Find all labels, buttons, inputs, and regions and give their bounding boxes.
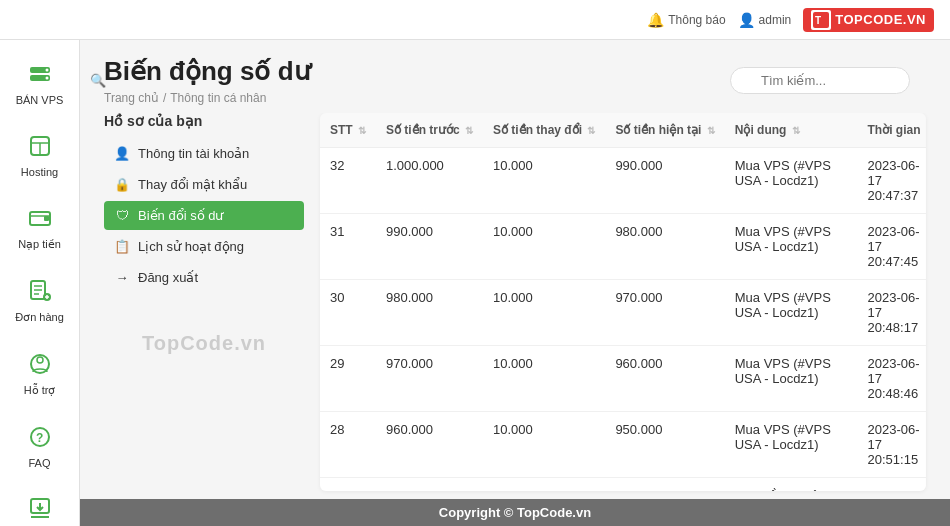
sort-icon-hien-tai: ⇅ (707, 125, 715, 136)
breadcrumb-separator: / (163, 91, 166, 105)
table-row: 31 990.000 10.000 980.000 Mua VPS (#VPS … (320, 214, 926, 280)
sidebar-item-don-hang[interactable]: Đơn hàng (0, 265, 79, 334)
svg-point-5 (45, 77, 48, 80)
cell-so-tien-truoc: 990.000 (376, 214, 483, 280)
cell-stt: 30 (320, 280, 376, 346)
cell-so-tien-truoc: 950.000 (376, 478, 483, 492)
cell-noi-dung: Mua VPS (#VPS USA - Locdz1) (725, 346, 858, 412)
data-table: STT ⇅ Số tiền trước ⇅ Số tiền thay đổi ⇅ (320, 113, 926, 491)
brand-logo-area: T TOPCODE.VN (803, 8, 934, 32)
col-so-tien-thay-doi[interactable]: Số tiền thay đổi ⇅ (483, 113, 605, 148)
support-icon (24, 348, 56, 380)
notification-area[interactable]: Thông báo (647, 12, 725, 28)
cell-thoi-gian: 2023-06-17 20:48:46 (858, 346, 926, 412)
sort-icon-thay-doi: ⇅ (587, 125, 595, 136)
cell-so-tien-thay-doi: 10.000 (483, 148, 605, 214)
content-area: Biến động số dư Trang chủ / Thông tin cá… (80, 40, 950, 526)
menu-item-bien-dong[interactable]: 🛡 Biến đổi số dư (104, 201, 304, 230)
cell-thoi-gian: 2023-06-17 20:47:45 (858, 214, 926, 280)
breadcrumb-current: Thông tin cá nhân (170, 91, 266, 105)
search-input[interactable] (730, 67, 910, 94)
brand-icon: T (811, 10, 831, 30)
sidebar-item-ban-vps[interactable]: BÁN VPS (0, 48, 79, 116)
menu-label-bien-dong: Biến đổi số dư (138, 208, 223, 223)
footer-bar: Copyright © TopCode.vn (80, 499, 950, 526)
sidebar-label-faq: FAQ (28, 457, 50, 469)
svg-point-20 (37, 357, 43, 363)
sort-icon-noi-dung: ⇅ (792, 125, 800, 136)
sidebar-label-hosting: Hosting (21, 166, 58, 178)
left-menu-title: Hồ sơ của bạn (104, 113, 304, 129)
svg-text:T: T (815, 15, 821, 26)
bell-icon (647, 12, 664, 28)
cell-so-tien-hien-tai: 950.000 (605, 412, 724, 478)
menu-item-thong-tin[interactable]: 👤 Thông tin tài khoản (104, 139, 304, 168)
breadcrumb: Trang chủ / Thông tin cá nhân (104, 91, 310, 105)
sidebar-item-download[interactable]: Download (0, 483, 79, 526)
breadcrumb-home[interactable]: Trang chủ (104, 91, 159, 105)
cell-so-tien-truoc: 960.000 (376, 412, 483, 478)
svg-text:?: ? (36, 431, 43, 445)
table-row: 30 980.000 10.000 970.000 Mua VPS (#VPS … (320, 280, 926, 346)
history-menu-icon: 📋 (114, 239, 130, 254)
user-icon (738, 12, 755, 28)
menu-label-doi-mat-khau: Thay đổi mật khẩu (138, 177, 247, 192)
menu-item-dang-xuat[interactable]: → Đăng xuất (104, 263, 304, 292)
wallet-icon (24, 202, 56, 234)
sidebar-item-faq[interactable]: ? FAQ (0, 411, 79, 479)
notification-label: Thông báo (668, 13, 725, 27)
cell-noi-dung: Mua VPS (#VPS USA - Locdz1) (725, 214, 858, 280)
cell-stt: 29 (320, 346, 376, 412)
sidebar-label-ho-tro: Hỗ trợ (24, 384, 56, 397)
sidebar-label-don-hang: Đơn hàng (15, 311, 64, 324)
cell-noi-dung: Mua VPS (#VPS USA - Locdz1) (725, 280, 858, 346)
lock-menu-icon: 🔒 (114, 177, 130, 192)
cell-stt: 28 (320, 412, 376, 478)
left-menu: Hồ sơ của bạn 👤 Thông tin tài khoản 🔒 Th… (104, 113, 304, 491)
cell-so-tien-hien-tai: 960.000 (605, 346, 724, 412)
cell-so-tien-thay-doi: 19.900 (483, 478, 605, 492)
sort-icon-stt: ⇅ (358, 125, 366, 136)
sidebar-label-nap-tien: Nạp tiền (18, 238, 61, 251)
col-thoi-gian[interactable]: Thời gian (858, 113, 926, 148)
cell-noi-dung: Nạp tiền tự động qua Ví Thesieure (#0104… (725, 478, 858, 492)
sidebar: BÁN VPS Hosting Nạp tiền (0, 40, 80, 526)
cell-thoi-gian: 2023-06-17 20:51:15 (858, 412, 926, 478)
cell-so-tien-thay-doi: 10.000 (483, 346, 605, 412)
col-so-tien-hien-tai[interactable]: Số tiền hiện tại ⇅ (605, 113, 724, 148)
col-stt[interactable]: STT ⇅ (320, 113, 376, 148)
admin-label: admin (759, 13, 792, 27)
table-row: 27 950.000 19.900 969.900 Nạp tiền tự độ… (320, 478, 926, 492)
menu-label-thong-tin: Thông tin tài khoản (138, 146, 249, 161)
cell-thoi-gian: 2023-06-17 20:47:37 (858, 148, 926, 214)
logout-menu-icon: → (114, 270, 130, 285)
sidebar-item-hosting[interactable]: Hosting (0, 120, 79, 188)
topbar: Thông báo admin T TOPCODE.VN (0, 0, 950, 40)
sidebar-item-nap-tien[interactable]: Nạp tiền (0, 192, 79, 261)
cell-so-tien-hien-tai: 980.000 (605, 214, 724, 280)
table-row: 32 1.000.000 10.000 990.000 Mua VPS (#VP… (320, 148, 926, 214)
cell-stt: 27 (320, 478, 376, 492)
brand-name: TOPCODE.VN (835, 12, 926, 27)
download-icon (24, 493, 56, 525)
cell-noi-dung: Mua VPS (#VPS USA - Locdz1) (725, 412, 858, 478)
menu-item-lich-su[interactable]: 📋 Lịch sử hoạt động (104, 232, 304, 261)
hosting-icon (24, 130, 56, 162)
search-bar[interactable]: 🔍 (730, 67, 910, 94)
cell-so-tien-hien-tai: 990.000 (605, 148, 724, 214)
cell-so-tien-truoc: 980.000 (376, 280, 483, 346)
col-so-tien-truoc[interactable]: Số tiền trước ⇅ (376, 113, 483, 148)
sort-icon-truoc: ⇅ (465, 125, 473, 136)
admin-area[interactable]: admin (738, 12, 792, 28)
menu-item-doi-mat-khau[interactable]: 🔒 Thay đổi mật khẩu (104, 170, 304, 199)
menu-label-dang-xuat: Đăng xuất (138, 270, 198, 285)
cell-thoi-gian: 2023-06-17 20:48:17 (858, 280, 926, 346)
cell-stt: 32 (320, 148, 376, 214)
col-noi-dung[interactable]: Nội dung ⇅ (725, 113, 858, 148)
cell-so-tien-hien-tai: 969.900 (605, 478, 724, 492)
cell-so-tien-thay-doi: 10.000 (483, 280, 605, 346)
sidebar-item-ho-tro[interactable]: Hỗ trợ (0, 338, 79, 407)
table-row: 29 970.000 10.000 960.000 Mua VPS (#VPS … (320, 346, 926, 412)
cell-noi-dung: Mua VPS (#VPS USA - Locdz1) (725, 148, 858, 214)
cell-so-tien-thay-doi: 10.000 (483, 214, 605, 280)
